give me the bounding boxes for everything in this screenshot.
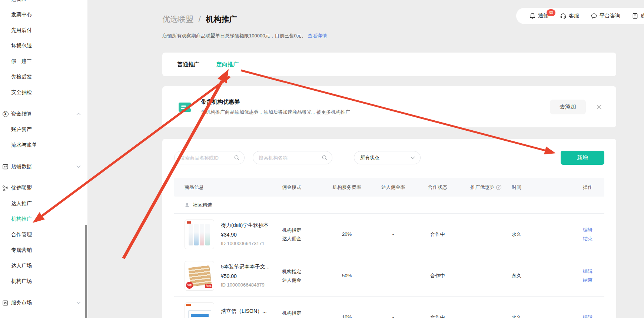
edit-link[interactable]: 编辑: [583, 268, 592, 275]
promotion-tabs-card: 普通推广 定向推广: [162, 53, 616, 76]
col-header-promo-coupon: 推广优惠券 ?: [460, 184, 512, 191]
sidebar-item-cooperation-management[interactable]: 合作管理: [0, 227, 87, 242]
agency-search-input[interactable]: [253, 151, 332, 164]
sidebar-group-service-market[interactable]: 服务市场: [0, 295, 87, 311]
cooperation-status-cell: 合作中: [415, 272, 460, 279]
sidebar-item-statements[interactable]: 流水与账单: [0, 137, 87, 153]
edit-link[interactable]: 编辑: [583, 314, 592, 318]
sidebar-item-account-assets[interactable]: 账户资产: [0, 122, 87, 137]
edit-link[interactable]: 编辑: [583, 226, 592, 234]
sidebar-item-agency-plaza[interactable]: 机构广场: [0, 274, 87, 289]
topbar-growth-center[interactable]: 成: [626, 13, 644, 19]
sidebar-item-invoice-center[interactable]: 发票中心: [0, 7, 87, 23]
topbar-customer-service-label: 客服: [569, 13, 579, 19]
view-details-link[interactable]: 查看详情: [308, 33, 327, 39]
actions-cell: 编辑 结束: [571, 226, 604, 242]
sidebar-item-talent-plaza[interactable]: 达人广场: [0, 258, 87, 274]
sidebar-scrollbar-thumb[interactable]: [85, 225, 87, 318]
sidebar-group-funds-label: 资金结算: [11, 111, 76, 117]
commission-mode-line2: 达人佣金: [282, 276, 323, 284]
sidebar-group-alliance-label: 优选联盟: [11, 185, 76, 191]
col-header-time: 时间: [512, 184, 571, 191]
table-header-row: 商品信息 佣金模式 机构服务费率 达人佣金率 合作状态 推广优惠券 ? 时间 操…: [174, 178, 604, 197]
sidebar-item-inspect-before-ship[interactable]: 先检后发: [0, 69, 87, 85]
product-title: 浩立信（LISON）...: [221, 308, 267, 315]
help-question-icon[interactable]: ?: [496, 185, 501, 190]
sidebar-item-talent-promotion[interactable]: 达人推广: [0, 196, 87, 211]
agency-service-rate-cell: 20%: [323, 231, 371, 237]
sidebar-group-service-market-label: 服务市场: [11, 299, 76, 306]
product-id: ID 10000066473171: [221, 241, 269, 246]
coupon-banner: 带货机构优惠券 为机构推广商品添加优惠券，添加后将加速商品曝光，被更多机构推广 …: [162, 86, 616, 127]
product-price: ¥50.00: [221, 273, 269, 279]
chat-bubble-icon: [591, 13, 597, 19]
end-link[interactable]: 结束: [583, 277, 592, 284]
col-header-commission-mode: 佣金模式: [282, 184, 323, 191]
commission-mode-line2: 达人佣金: [282, 234, 323, 243]
talent-commission-rate-cell: -: [371, 314, 415, 318]
product-text-block: 得力(deli)学生软抄本 ¥34.90 ID 10000066473171: [221, 222, 269, 246]
sidebar-group-shop-data-label: 店铺数据: [11, 163, 76, 170]
topbar-notifications[interactable]: 通知 30: [524, 13, 554, 19]
sidebar-item-damage-refund[interactable]: 坏损包退: [0, 38, 87, 54]
sidebar-group-funds[interactable]: ¥ 资金结算: [0, 106, 87, 122]
product-text-block: 浩立信（LISON）... ¥50.00: [221, 308, 267, 318]
agency-group-row: 社区精选: [174, 197, 604, 214]
sidebar: 运费险 发票中心 先用后付 坏损包退 假一赔三 先检后发 安全抽检 ¥ 资金结算…: [0, 0, 87, 318]
yen-circle-icon: ¥: [2, 111, 9, 117]
topbar-customer-service[interactable]: 客服: [554, 13, 585, 19]
cooperation-status-cell: 合作中: [415, 231, 460, 238]
puzzle-icon: [2, 300, 9, 306]
breadcrumb-parent[interactable]: 优选联盟: [162, 15, 193, 23]
close-banner-button[interactable]: [595, 103, 603, 111]
image-badge-count: 5本: [186, 282, 193, 289]
col-header-talent-commission-rate: 达人佣金率: [371, 184, 415, 191]
quota-notice-text: 店铺所有观察期商品联盟单日总销售额限100000元，目前已售0元。: [162, 33, 306, 39]
tab-targeted-promotion[interactable]: 定向推广: [216, 61, 239, 68]
end-link[interactable]: 结束: [583, 235, 592, 242]
sidebar-item-clipped-top[interactable]: 运费险: [0, 0, 87, 7]
status-select[interactable]: 所有状态: [354, 151, 421, 164]
commission-mode-cell: 机构指定 达人佣金: [282, 226, 323, 243]
product-title: 5本装笔记本本子文...: [221, 264, 269, 270]
table-row: 得力(deli)学生软抄本 ¥34.90 ID 10000066473171 机…: [174, 214, 604, 255]
breadcrumb-separator: /: [199, 15, 201, 23]
sidebar-item-agency-promotion[interactable]: 机构推广: [0, 211, 87, 227]
sidebar-group-shop-data[interactable]: 店铺数据: [0, 159, 87, 174]
sidebar-item-fake-compensation[interactable]: 假一赔三: [0, 54, 87, 69]
topbar-platform-consult[interactable]: 平台咨询: [585, 13, 626, 19]
tab-normal-promotion[interactable]: 普通推广: [177, 61, 199, 68]
document-list-icon: [632, 13, 638, 19]
table-row: 5本 加厚 5本装笔记本本子文... ¥50.00 ID 10000066484…: [174, 255, 604, 297]
commission-mode-line1: 机构指定: [282, 226, 323, 234]
coupon-ticket-icon: [177, 99, 193, 115]
sidebar-item-use-first-pay-later[interactable]: 先用后付: [0, 23, 87, 38]
sidebar-item-safety-check[interactable]: 安全抽检: [0, 85, 87, 100]
actions-cell: 编辑: [571, 314, 604, 318]
sidebar-item-exclusive-marketing[interactable]: 专属营销: [0, 242, 87, 258]
col-header-product-info: 商品信息: [174, 184, 282, 191]
sidebar-group-alliance[interactable]: 优选联盟: [0, 180, 87, 196]
go-add-coupon-button[interactable]: 去添加: [550, 100, 586, 114]
topbar-platform-consult-label: 平台咨询: [600, 13, 620, 19]
agency-search: [253, 151, 332, 164]
actions-cell: 编辑 结束: [571, 268, 604, 284]
page-title: 机构推广: [206, 15, 237, 23]
talent-commission-rate-cell: -: [371, 231, 415, 237]
product-id: ID 10000066484879: [221, 282, 269, 288]
product-image-kraft-notebooks: 5本 加厚: [185, 261, 214, 291]
add-new-button[interactable]: 新增: [561, 151, 604, 165]
promotion-table-card: 所有状态 新增 商品信息 佣金模式 机构服务费率 达人佣金率 合作状态 推广优惠…: [162, 139, 616, 318]
talent-commission-rate-cell: -: [371, 273, 415, 278]
agency-service-rate-cell: 10%: [323, 314, 371, 318]
person-icon: [185, 202, 190, 208]
cooperation-status-cell: 合作中: [415, 314, 460, 318]
col-header-promo-coupon-label: 推广优惠券: [471, 184, 495, 191]
chevron-down-icon: [411, 156, 415, 159]
bell-icon: [529, 13, 536, 19]
status-select-value: 所有状态: [360, 154, 379, 161]
search-icon: [234, 155, 240, 161]
time-cell: 永久: [512, 231, 571, 238]
coupon-banner-description: 为机构推广商品添加优惠券，添加后将加速商品曝光，被更多机构推广: [201, 109, 550, 116]
product-cell: 得力(deli)学生软抄本 ¥34.90 ID 10000066473171: [174, 220, 282, 249]
